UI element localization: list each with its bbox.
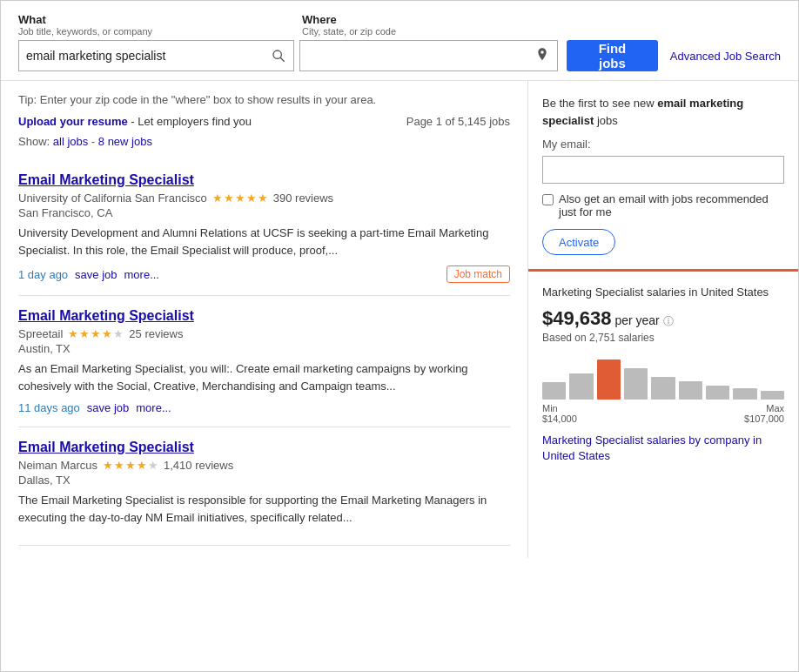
- salary-max-label: Max: [744, 403, 784, 413]
- tip-text: Tip: Enter your zip code in the "where" …: [18, 93, 510, 106]
- salary-min-label: Min: [542, 403, 577, 413]
- save-job-link[interactable]: save job: [75, 268, 117, 281]
- company-row: University of California San Francisco ★…: [18, 192, 510, 205]
- email-label: My email:: [542, 138, 784, 151]
- salary-min-val: $14,000: [542, 413, 577, 424]
- stars: ★★★★★: [103, 459, 158, 472]
- job-meta: 1 day ago save job more...: [18, 268, 159, 281]
- chart-bar-8: [761, 391, 784, 400]
- svg-line-1: [280, 57, 285, 62]
- job-title[interactable]: Email Marketing Specialist: [18, 308, 510, 324]
- more-link[interactable]: more...: [136, 401, 171, 414]
- chart-bar-4: [651, 377, 675, 400]
- salary-based: Based on 2,751 salaries: [542, 332, 784, 344]
- location: Austin, TX: [18, 342, 510, 355]
- company-name: University of California San Francisco: [18, 192, 207, 205]
- location-icon: [527, 40, 558, 71]
- salary-by-company-link[interactable]: Marketing Specialist salaries by company…: [542, 433, 784, 464]
- header: What Job title, keywords, or company Whe…: [1, 1, 798, 81]
- all-jobs-link[interactable]: all jobs: [53, 135, 88, 148]
- reviews: 390 reviews: [273, 192, 333, 205]
- upload-resume-row: Upload your resume - Let employers find …: [18, 115, 510, 128]
- chart-bar-2: [597, 360, 621, 400]
- page-info: Page 1 of 5,145 jobs: [406, 115, 510, 128]
- chart-bar-3: [624, 368, 648, 400]
- upload-resume-link[interactable]: Upload your resume: [18, 115, 128, 128]
- location: San Francisco, CA: [18, 206, 510, 219]
- what-label: What: [18, 13, 46, 26]
- chart-bar-5: [679, 381, 702, 400]
- salary-section: Marketing Specialist salaries in United …: [528, 272, 798, 478]
- jobs-recommended-checkbox[interactable]: [542, 194, 554, 205]
- salary-max-val: $107,000: [744, 413, 784, 424]
- what-search-icon: [264, 40, 294, 71]
- job-list: Email Marketing Specialist University of…: [18, 160, 510, 546]
- chart-bar-6: [706, 386, 729, 400]
- job-match-badge: Job match: [446, 265, 510, 283]
- more-link[interactable]: more...: [124, 268, 159, 281]
- chart-bar-7: [733, 388, 756, 400]
- job-card-1: Email Marketing Specialist Spreetail ★★★…: [18, 296, 510, 427]
- salary-amount: $49,638 per year: [542, 307, 660, 330]
- location: Dallas, TX: [18, 474, 510, 487]
- description: As an Email Marketing Specialist, you wi…: [18, 360, 510, 394]
- what-input[interactable]: [18, 40, 264, 71]
- email-input[interactable]: [542, 156, 784, 184]
- upload-resume-text: - Let employers find you: [128, 115, 252, 128]
- advanced-search-link[interactable]: Advanced Job Search: [670, 50, 781, 63]
- checkbox-label: Also get an email with jobs recommended …: [559, 192, 784, 218]
- company-name: Neiman Marcus: [18, 459, 97, 472]
- posted-date: 11 days ago: [18, 401, 80, 414]
- svg-point-0: [273, 50, 281, 58]
- stars: ★★★★★: [68, 327, 124, 340]
- posted-date: 1 day ago: [18, 268, 68, 281]
- reviews: 25 reviews: [129, 327, 183, 340]
- job-actions: 1 day ago save job more... Job match: [18, 265, 510, 283]
- right-column: Be the first to see new email marketing …: [528, 81, 798, 558]
- salary-section-title: Marketing Specialist salaries in United …: [542, 286, 784, 299]
- where-sublabel: City, state, or zip code: [302, 26, 396, 37]
- save-job-link[interactable]: save job: [87, 401, 129, 414]
- find-jobs-button[interactable]: Find jobs: [567, 40, 658, 71]
- company-row: Spreetail ★★★★★ 25 reviews: [18, 327, 510, 340]
- job-title[interactable]: Email Marketing Specialist: [18, 440, 510, 455]
- company-name: Spreetail: [18, 327, 63, 340]
- what-sublabel: Job title, keywords, or company: [18, 26, 302, 37]
- salary-info-icon: ⓘ: [663, 314, 674, 329]
- description: University Development and Alumni Relati…: [18, 225, 510, 259]
- main-content: Tip: Enter your zip code in the "where" …: [1, 81, 798, 558]
- chart-bar-1: [569, 373, 593, 400]
- left-column: Tip: Enter your zip code in the "where" …: [1, 81, 528, 558]
- new-jobs-link[interactable]: 8 new jobs: [98, 135, 152, 148]
- email-alert-section: Be the first to see new email marketing …: [528, 81, 798, 272]
- email-section-title: Be the first to see new email marketing …: [542, 95, 784, 129]
- chart-bar-0: [542, 382, 566, 400]
- salary-chart: [542, 356, 784, 400]
- checkbox-row: Also get an email with jobs recommended …: [542, 192, 784, 218]
- company-row: Neiman Marcus ★★★★★ 1,410 reviews: [18, 459, 510, 472]
- show-row: Show: all jobs - 8 new jobs: [18, 135, 510, 148]
- job-actions: 11 days ago save job more...: [18, 401, 510, 414]
- salary-range-row: Min $14,000 Max $107,000: [542, 403, 784, 424]
- job-card-0: Email Marketing Specialist University of…: [18, 160, 510, 296]
- description: The Email Marketing Specialist is respon…: [18, 492, 510, 526]
- job-title[interactable]: Email Marketing Specialist: [18, 172, 510, 188]
- job-card-2: Email Marketing Specialist Neiman Marcus…: [18, 427, 510, 546]
- job-meta: 11 days ago save job more...: [18, 401, 171, 414]
- where-label: Where: [302, 13, 337, 26]
- stars: ★★★★★: [212, 192, 268, 205]
- reviews: 1,410 reviews: [164, 459, 233, 472]
- where-input[interactable]: [299, 40, 527, 71]
- activate-button[interactable]: Activate: [542, 229, 615, 255]
